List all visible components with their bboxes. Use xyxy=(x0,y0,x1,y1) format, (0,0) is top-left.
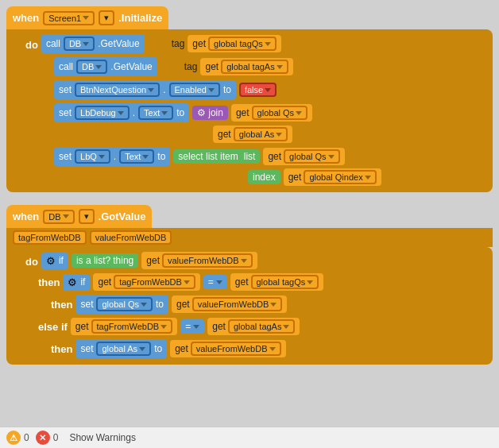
false-pill[interactable]: false xyxy=(239,83,277,97)
when-header-1: when Screen1 ▾ .Initialize xyxy=(6,6,168,29)
db-pill-1[interactable]: DB xyxy=(64,37,95,51)
text-pill-2[interactable]: Text xyxy=(119,149,154,164)
do-label-2: do xyxy=(25,253,38,269)
block2-body: do ⚙ if is a list? thing get valueFromWe… xyxy=(6,247,493,365)
params-row: tagFromWebDB valueFromWebDB xyxy=(6,228,493,247)
call-kw-2: call xyxy=(59,61,73,72)
eq-arrow-2 xyxy=(193,325,199,329)
eq-block-2: = xyxy=(180,319,204,334)
enabled-pill[interactable]: Enabled xyxy=(169,83,220,97)
qindex-pill[interactable]: global Qindex xyxy=(304,170,376,184)
qs-arrow-2 xyxy=(328,155,335,159)
get-tagQs: get global tagQs xyxy=(188,35,280,52)
get-qindex: get global Qindex xyxy=(284,168,381,186)
db-pill-2[interactable]: DB xyxy=(76,60,107,74)
then-kw-3: then xyxy=(51,343,72,355)
gotvalue-label: .GotValue xyxy=(99,210,146,222)
set-block-5: set global As to xyxy=(75,339,167,358)
tag-label-1: tag xyxy=(172,38,185,49)
param2-pill[interactable]: valueFromWebDB xyxy=(90,230,172,245)
vfwdb-pill-1[interactable]: valueFromWebDB xyxy=(162,253,253,268)
get-qs-2: get global Qs xyxy=(263,148,344,165)
tfwdb-pill-1[interactable]: tagFromWebDB xyxy=(114,275,195,289)
then-row-1: then ⚙ if get tagFromWebDB = xyxy=(38,273,486,291)
set-block-3: set LbQ . Text to xyxy=(54,147,170,166)
when-header-2: when DB ▾ .GotValue xyxy=(6,205,152,228)
tagAs-pill-2[interactable]: global tagAs xyxy=(228,319,296,334)
tagQs-pill-2[interactable]: global tagQs xyxy=(251,275,319,289)
vfwdb-arrow-2 xyxy=(270,303,277,307)
btnnext-arrow xyxy=(148,88,154,92)
then-kw-2: then xyxy=(51,299,72,311)
err-icon: ✕ xyxy=(36,431,50,445)
screen1-pill[interactable]: Screen1 xyxy=(43,11,95,25)
warning-bar: ⚠ 0 ✕ 0 Show Warnings xyxy=(0,427,499,448)
qs-arrow-1 xyxy=(296,111,302,115)
as-set-arrow xyxy=(139,347,145,351)
warn-icon: ⚠ xyxy=(6,431,21,445)
vfwdb-arrow-1 xyxy=(241,259,247,263)
gear-icon-1: ⚙ xyxy=(46,255,56,267)
btnnext-pill[interactable]: BtnNextQuestion xyxy=(75,83,160,97)
qs-pill-set[interactable]: global Qs xyxy=(96,297,152,311)
if-block-2: ⚙ if xyxy=(63,274,90,291)
get-tagQs-2: get global tagQs xyxy=(230,273,323,291)
then-kw-1: then xyxy=(38,276,60,288)
lbdebug-pill[interactable]: LbDebug xyxy=(75,106,130,120)
set-row-1: set BtnNextQuestion . Enabled to false xyxy=(54,80,486,99)
if-block-1: ⚙ if xyxy=(41,253,68,269)
when-keyword-1: when xyxy=(13,12,39,24)
block1-wrapper: when Screen1 ▾ .Initialize do call DB .G… xyxy=(6,6,493,192)
set-block-1: set BtnNextQuestion . Enabled to xyxy=(54,80,236,99)
lbq-pill[interactable]: LbQ xyxy=(75,149,110,164)
eq-block-1: = xyxy=(203,275,227,289)
get-vfwdb-1: get valueFromWebDB xyxy=(141,252,257,269)
index-block: index xyxy=(248,170,280,184)
gear-icon-join: ⚙ xyxy=(197,107,206,118)
param1-pill[interactable]: tagFromWebDB xyxy=(13,230,87,245)
select-list-block: select list item list xyxy=(173,149,260,164)
call-kw-1: call xyxy=(46,38,60,49)
set-row-2: set LbDebug . Text to ⚙ join xyxy=(54,103,486,143)
lbq-arrow xyxy=(99,155,105,159)
tagQs-pill-1[interactable]: global tagQs xyxy=(208,37,277,51)
qs-pill-2[interactable]: global Qs xyxy=(284,149,339,164)
getvalue-1: .GetValue xyxy=(98,38,139,49)
tfwdb-arrow-2 xyxy=(161,325,167,329)
screen1-arrow xyxy=(83,16,89,20)
when-keyword-2: when xyxy=(13,210,39,222)
db-pill-3[interactable]: DB xyxy=(43,210,74,224)
eq-arrow-1 xyxy=(216,280,222,284)
elseif-row: else if get tagFromWebDB = get global ta… xyxy=(38,318,486,335)
vfwdb-pill-2[interactable]: valueFromWebDB xyxy=(192,297,283,311)
db-arrow-2 xyxy=(95,65,102,69)
db-arrow-3 xyxy=(63,214,69,218)
tagAs-arrow xyxy=(277,65,283,69)
tagAs-pill-1[interactable]: global tagAs xyxy=(221,60,288,74)
else-kw: else if xyxy=(38,321,68,333)
call-block-1: call DB .GetValue xyxy=(41,34,145,53)
as-pill-1[interactable]: global As xyxy=(234,127,288,141)
block1-body: do call DB .GetValue tag get global tagQ… xyxy=(6,29,493,192)
db-arrow-1 xyxy=(83,42,89,46)
text-pill-1[interactable]: Text xyxy=(138,106,173,120)
do-row-2: do ⚙ if is a list? thing get valueFromWe… xyxy=(25,252,486,269)
tag-label-2: tag xyxy=(184,61,198,72)
qindex-arrow xyxy=(365,176,371,180)
set-row-3: set LbQ . Text to select list it xyxy=(54,147,486,166)
getvalue-2: .GetValue xyxy=(110,61,152,72)
block2-wrapper: when DB ▾ .GotValue tagFromWebDB valueFr… xyxy=(6,205,493,365)
then-row-3: then set global As to get valueFromWebDB xyxy=(51,339,486,358)
lbdebug-arrow xyxy=(118,111,124,115)
tfwdb-pill-2[interactable]: tagFromWebDB xyxy=(91,319,173,334)
as-pill-set[interactable]: global As xyxy=(96,342,151,356)
warn-count: 0 xyxy=(24,432,29,443)
enabled-arrow xyxy=(208,88,215,92)
vfwdb-pill-3[interactable]: valueFromWebDB xyxy=(191,342,281,356)
get-tagAs-2: get global tagAs xyxy=(207,318,300,335)
qs-pill-1[interactable]: global Qs xyxy=(252,106,308,120)
do-label-1: do xyxy=(25,36,38,52)
dot-pill-2: ▾ xyxy=(79,209,95,224)
get-vfwdb-2: get valueFromWebDB xyxy=(172,295,287,313)
show-warnings-button[interactable]: Show Warnings xyxy=(64,431,141,445)
